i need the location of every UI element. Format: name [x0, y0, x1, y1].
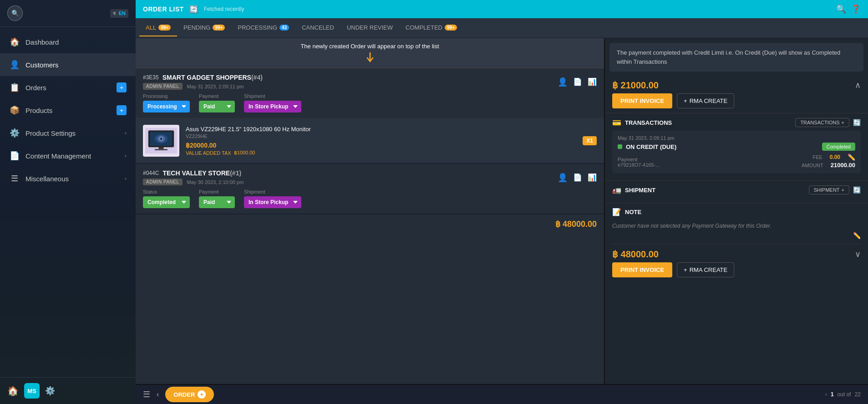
rma-create-button-2[interactable]: + RMA CREATE: [677, 262, 734, 277]
order-card-1: #3E35 SMART GADGET SHOPPERS(#4) ADMIN PA…: [136, 68, 604, 164]
plus-icon-rma: +: [684, 97, 687, 104]
order-source-badge-1: ADMIN PANEL: [143, 83, 183, 90]
sidebar-item-product-settings[interactable]: ⚙️ Product Settings ›: [0, 122, 136, 144]
orders-content: The newly created Order will appear on t…: [136, 38, 868, 384]
payment-select-2[interactable]: Paid Unpaid: [199, 196, 235, 208]
refresh-button[interactable]: 🔄: [189, 5, 198, 14]
order-header-2: #044C TECH VALLEY STORE(#1) ADMIN PANEL …: [136, 164, 604, 189]
chart-icon-1[interactable]: 📊: [588, 77, 597, 86]
avatar[interactable]: MS: [24, 383, 40, 399]
payment-group: Payment Paid Unpaid: [199, 93, 235, 113]
tab-canceled[interactable]: CANCELED: [295, 20, 340, 36]
tab-processing[interactable]: PROCESSING 43: [231, 20, 295, 36]
transaction-item-1: May 31 2023, 2:09:11 pm ON CREDIT (DUE) …: [612, 131, 861, 173]
sidebar-item-customers[interactable]: 👤 Customers: [0, 53, 136, 76]
sidebar-item-orders[interactable]: 📋 Orders +: [0, 76, 136, 99]
transactions-title: 💳 TRANSACTIONS: [612, 118, 672, 127]
product-vat-1: VALUE ADDED TAX ฿1000.00: [186, 150, 576, 156]
tab-badge-pending: 99+: [213, 25, 225, 31]
print-invoice-button-1[interactable]: PRINT INVOICE: [612, 93, 672, 108]
svg-rect-8: [155, 149, 168, 150]
tx-left: ON CREDIT (DUE): [618, 143, 676, 150]
sidebar-item-miscellaneous[interactable]: ☰ Miscellaneous ›: [0, 167, 136, 190]
status-group-2: Status Completed Processing: [143, 189, 190, 208]
sidebar-label-content: Content Management: [25, 152, 119, 160]
shipment-group-2: Shipment In Store Pickup Delivery: [244, 189, 301, 208]
notification-box: The payment completed with Credit Limit …: [609, 43, 863, 72]
tx-method-1: ON CREDIT (DUE): [626, 143, 676, 150]
add-product-button[interactable]: +: [117, 105, 127, 115]
plus-icon-ship: +: [842, 187, 844, 193]
payment-select-1[interactable]: Paid Unpaid: [199, 101, 235, 113]
search-button[interactable]: 🔍: [7, 5, 23, 21]
orders-icon: 📋: [9, 82, 20, 92]
topbar-search-icon[interactable]: 🔍: [836, 4, 846, 14]
sidebar-item-dashboard[interactable]: 🏠 Dashboard: [0, 31, 136, 53]
shipment-select-2[interactable]: In Store Pickup Delivery: [244, 196, 301, 208]
shipment-add-button[interactable]: SHIPMENT +: [809, 185, 849, 194]
transactions-header: 💳 TRANSACTIONS TRANSACTIONS + 🔄: [612, 118, 861, 127]
tab-under-review[interactable]: UNDER REVIEW: [340, 20, 399, 36]
transactions-actions: TRANSACTIONS + 🔄: [795, 118, 861, 127]
note-icon: 📝: [612, 208, 621, 216]
new-order-button[interactable]: ORDER +: [165, 387, 214, 402]
settings-icon[interactable]: ⚙️: [45, 386, 55, 396]
add-order-button[interactable]: +: [117, 82, 127, 92]
tab-pending[interactable]: PENDING 99+: [177, 20, 231, 36]
shipment-actions: SHIPMENT + 🔄: [809, 185, 861, 194]
transactions-add-button[interactable]: TRANSACTIONS +: [795, 118, 849, 127]
status-group-status: Processing Processing Completed Canceled: [143, 93, 190, 113]
language-switcher[interactable]: বা EN: [110, 9, 128, 18]
print-invoice-button-2[interactable]: PRINT INVOICE: [612, 262, 672, 277]
page-number: 1: [831, 391, 834, 398]
prev-button[interactable]: ‹: [157, 390, 159, 399]
chart-icon-2[interactable]: 📊: [588, 173, 597, 182]
pagination: ‹ 1 out of 22: [825, 391, 861, 398]
order-list: The newly created Order will appear on t…: [136, 38, 604, 384]
order2-total-header: ฿ 48000.00 ∨: [605, 244, 868, 262]
shipment-refresh-icon[interactable]: 🔄: [853, 186, 861, 194]
rma-create-button-1[interactable]: + RMA CREATE: [677, 93, 734, 108]
status-label: Processing: [143, 93, 190, 99]
user-icon-1[interactable]: 👤: [558, 77, 568, 87]
order-date-1: May 31 2023, 2:09:11 pm: [187, 84, 244, 89]
tx-status-badge-1: Completed: [822, 143, 855, 151]
fee-label-1: FEE: [812, 154, 822, 160]
doc-icon-2[interactable]: 📄: [573, 173, 582, 182]
sidebar-item-content-management[interactable]: 📄 Content Management ›: [0, 144, 136, 167]
tab-all[interactable]: ALL 99+: [139, 20, 177, 36]
status-select-1[interactable]: Processing Completed Canceled: [143, 101, 190, 113]
main-content: ORDER LIST 🔄 Fetched recently 🔍 ❓ ALL 99…: [136, 0, 868, 404]
topbar-help-icon[interactable]: ❓: [851, 4, 861, 14]
chevron-right-icon: ›: [125, 130, 127, 136]
sidebar-item-products[interactable]: 📦 Products +: [0, 99, 136, 122]
product-item-1: Asus VZ229HE 21.5" 1920x1080 60 Hz Monit…: [136, 118, 604, 163]
chevron-right-icon-2: ›: [125, 153, 127, 159]
product-name-1: Asus VZ229HE 21.5" 1920x1080 60 Hz Monit…: [186, 126, 576, 133]
footer-home-icon[interactable]: 🏠: [7, 385, 19, 396]
amount-label-1: AMOUNT: [802, 163, 823, 168]
shipment-section: 🚛 SHIPMENT SHIPMENT + 🔄: [605, 180, 868, 203]
tx-edit-icon-1[interactable]: ✏️: [848, 153, 855, 161]
tab-completed[interactable]: COMPLETED 99+: [399, 20, 463, 36]
transactions-section: 💳 TRANSACTIONS TRANSACTIONS + 🔄 May 31 2…: [605, 113, 868, 180]
user-icon-2[interactable]: 👤: [558, 173, 568, 183]
payment-label: Payment: [199, 93, 235, 99]
amount-value-1: 21000.00: [831, 162, 855, 169]
order-id-2: #044C: [143, 170, 159, 176]
creditcard-icon: 💳: [612, 118, 621, 127]
menu-icon[interactable]: ☰: [143, 389, 150, 399]
order-status-row-2: Status Completed Processing Payment Paid…: [136, 189, 604, 214]
collapse-button-1[interactable]: ∧: [855, 80, 861, 90]
status-select-2[interactable]: Completed Processing: [143, 196, 190, 208]
plus-icon-order: +: [198, 390, 206, 399]
sidebar: 🔍 বা EN 🏠 Dashboard 👤 Customers 📋 Orders…: [0, 0, 136, 404]
prev-arrow-icon[interactable]: ‹: [825, 391, 827, 398]
order-id-1: #3E35: [143, 74, 159, 81]
note-edit-icon[interactable]: ✏️: [853, 232, 861, 239]
shipment-select-1[interactable]: In Store Pickup Delivery: [244, 101, 301, 113]
transactions-refresh-icon[interactable]: 🔄: [853, 119, 861, 126]
expand-button-2[interactable]: ∨: [855, 249, 861, 259]
doc-icon-1[interactable]: 📄: [573, 77, 582, 86]
order-source-badge-2: ADMIN PANEL: [143, 179, 183, 185]
